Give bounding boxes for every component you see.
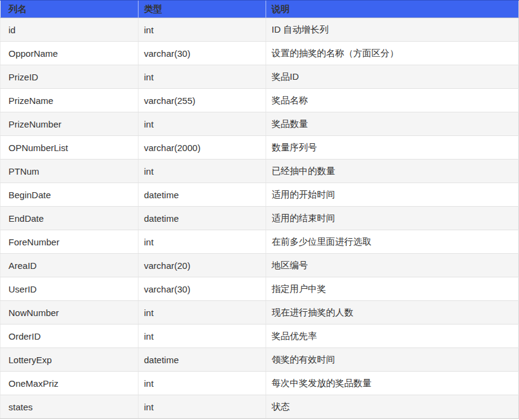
cell-type: int [139,395,266,419]
cell-description: 适用的开始时间 [266,183,519,207]
cell-type: int [139,372,266,395]
table-header: 列名 类型 说明 [1,1,519,18]
cell-description: 现在进行抽奖的人数 [266,301,519,325]
table-row: OpporNamevarchar(30)设置的抽奖的名称（方面区分） [1,42,519,65]
table-row: PTNumint已经抽中的数量 [1,160,519,183]
cell-column-name: PrizeNumber [1,112,139,136]
cell-type: int [139,160,266,183]
cell-description: 设置的抽奖的名称（方面区分） [266,42,519,65]
cell-type: varchar(30) [139,277,266,301]
cell-type: datetime [139,207,266,230]
table-row: EndDatedatetime适用的结束时间 [1,207,519,230]
cell-type: int [139,112,266,136]
table-body: idintID 自动增长列OpporNamevarchar(30)设置的抽奖的名… [1,18,519,419]
cell-description: 奖品ID [266,65,519,89]
cell-column-name: PrizeID [1,65,139,89]
cell-column-name: BeginDate [1,183,139,207]
cell-column-name: NowNumber [1,301,139,325]
header-row: 列名 类型 说明 [1,1,519,18]
table-row: statesint状态 [1,395,519,419]
schema-table: 列名 类型 说明 idintID 自动增长列OpporNamevarchar(3… [0,0,519,419]
table-row: AreaIDvarchar(20)地区编号 [1,254,519,277]
cell-column-name: id [1,18,139,42]
cell-column-name: LotteryExp [1,348,139,372]
cell-type: int [139,230,266,254]
cell-type: varchar(2000) [139,136,266,160]
table-row: OrderIDint奖品优先率 [1,325,519,348]
cell-column-name: states [1,395,139,419]
cell-type: varchar(30) [139,42,266,65]
cell-description: 指定用户中奖 [266,277,519,301]
table-row: OneMaxPrizint每次中奖发放的奖品数量 [1,372,519,395]
table-row: PrizeNumberint奖品数量 [1,112,519,136]
header-description: 说明 [266,1,519,18]
cell-column-name: OrderID [1,325,139,348]
cell-column-name: AreaID [1,254,139,277]
cell-type: int [139,301,266,325]
cell-type: int [139,65,266,89]
cell-type: varchar(255) [139,89,266,112]
schema-page: 列名 类型 说明 idintID 自动增长列OpporNamevarchar(3… [0,0,519,420]
cell-description: 奖品优先率 [266,325,519,348]
cell-type: datetime [139,183,266,207]
cell-description: 奖品名称 [266,89,519,112]
cell-column-name: EndDate [1,207,139,230]
cell-column-name: OpporName [1,42,139,65]
cell-type: varchar(20) [139,254,266,277]
cell-description: 适用的结束时间 [266,207,519,230]
table-row: ForeNumberint在前多少位里面进行选取 [1,230,519,254]
cell-description: 状态 [266,395,519,419]
table-row: PrizeIDint奖品ID [1,65,519,89]
cell-column-name: UserID [1,277,139,301]
cell-description: 在前多少位里面进行选取 [266,230,519,254]
header-type: 类型 [139,1,266,18]
cell-column-name: PrizeName [1,89,139,112]
cell-type: int [139,18,266,42]
table-row: UserIDvarchar(30)指定用户中奖 [1,277,519,301]
cell-description: ID 自动增长列 [266,18,519,42]
cell-column-name: ForeNumber [1,230,139,254]
table-row: OPNumberListvarchar(2000)数量序列号 [1,136,519,160]
table-row: PrizeNamevarchar(255)奖品名称 [1,89,519,112]
cell-column-name: OneMaxPriz [1,372,139,395]
cell-type: int [139,325,266,348]
table-row: BeginDatedatetime适用的开始时间 [1,183,519,207]
cell-type: datetime [139,348,266,372]
cell-description: 领奖的有效时间 [266,348,519,372]
cell-column-name: OPNumberList [1,136,139,160]
cell-description: 已经抽中的数量 [266,160,519,183]
cell-description: 数量序列号 [266,136,519,160]
cell-description: 奖品数量 [266,112,519,136]
header-column-name: 列名 [1,1,139,18]
cell-description: 地区编号 [266,254,519,277]
table-row: NowNumberint现在进行抽奖的人数 [1,301,519,325]
table-row: LotteryExpdatetime领奖的有效时间 [1,348,519,372]
cell-column-name: PTNum [1,160,139,183]
table-row: idintID 自动增长列 [1,18,519,42]
cell-description: 每次中奖发放的奖品数量 [266,372,519,395]
